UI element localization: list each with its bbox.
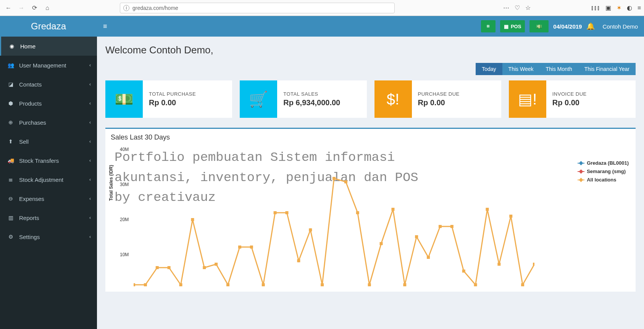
sidebar-item-settings[interactable]: ⚙ Settings ‹	[0, 227, 97, 246]
chevron-left-icon: ‹	[89, 196, 91, 201]
legend-item[interactable]: Gredaza (BL0001)	[578, 159, 629, 167]
sidebar-item-purchases[interactable]: ⊕ Purchases ‹	[0, 113, 97, 132]
truck-icon: 🚚	[6, 157, 15, 164]
chevron-left-icon: ‹	[89, 82, 91, 87]
svg-rect-7	[215, 263, 218, 266]
content: Welcome Contoh Demo, Today This Week Thi…	[97, 37, 644, 299]
topbar: ≡ ⌗ ▦POS 💵 04/04/2019 🔔 Contoh Demo	[97, 16, 644, 37]
chevron-left-icon: ‹	[89, 120, 91, 125]
cubes-icon: ⬢	[6, 100, 15, 106]
menu-icon[interactable]: ≡	[638, 5, 641, 11]
chart-title: Sales Last 30 Days	[111, 133, 630, 141]
sidebar-toggle-button[interactable]: ≡	[103, 22, 107, 30]
svg-rect-14	[297, 259, 300, 262]
svg-rect-2	[156, 266, 159, 269]
chevron-left-icon: ‹	[89, 215, 91, 220]
card-purchase-due[interactable]: $! PURCHASE DUE Rp 0.00	[374, 80, 501, 118]
reload-button[interactable]: ⟳	[29, 3, 40, 13]
sidebar-item-expenses[interactable]: ⊖ Expenses ‹	[0, 189, 97, 208]
url-text: gredaza.com/home	[132, 5, 178, 11]
svg-rect-18	[344, 180, 347, 183]
users-icon: 👥	[6, 62, 15, 68]
filter-this-week[interactable]: This Week	[502, 63, 540, 75]
dollar-warning-icon: $!	[374, 80, 412, 118]
bookmark-icon[interactable]: ☆	[525, 4, 531, 11]
up-circle-icon: ⬆	[6, 138, 15, 144]
chevron-left-icon: ‹	[89, 234, 91, 239]
card-label: TOTAL PURCHASE	[149, 91, 196, 97]
sidebar-item-reports[interactable]: ▥ Reports ‹	[0, 208, 97, 227]
svg-rect-4	[179, 283, 182, 286]
sidebar: Gredaza ◉ Home 👥 User Management ‹ ◪ Con…	[0, 16, 97, 329]
svg-rect-21	[380, 242, 383, 245]
page-actions-icon[interactable]: ⋯	[503, 4, 509, 11]
bar-chart-icon: ▥	[6, 215, 15, 221]
home-button[interactable]: ⌂	[42, 3, 53, 13]
svg-rect-34	[533, 263, 534, 266]
sidebar-item-label: Products	[19, 100, 42, 107]
card-total-purchase[interactable]: 💵 TOTAL PURCHASE Rp 0.00	[105, 80, 232, 118]
card-invoice-due[interactable]: ▤! INVOICE DUE Rp 0.00	[509, 80, 636, 118]
filter-financial-year[interactable]: This Financial Year	[578, 63, 636, 75]
sidebar-item-stock-adjustment[interactable]: ≣ Stock Adjustment ‹	[0, 170, 97, 189]
reader-icon[interactable]: ♡	[515, 4, 520, 11]
filter-today[interactable]: Today	[476, 63, 502, 75]
sidebar-item-home[interactable]: ◉ Home	[0, 37, 97, 56]
calculator-icon: ⌗	[487, 23, 489, 29]
card-value: Rp 0.00	[552, 98, 587, 107]
svg-rect-26	[439, 225, 442, 228]
library-icon[interactable]: ⫿⫿⫿	[591, 5, 600, 11]
svg-rect-0	[134, 283, 135, 286]
profile-icon[interactable]: ◐	[627, 4, 632, 11]
filter-this-month[interactable]: This Month	[539, 63, 578, 75]
addon-icon[interactable]: ✶	[617, 4, 621, 11]
forward-button[interactable]: →	[16, 3, 27, 13]
cart-icon: 🛒	[240, 80, 277, 118]
chart-legend: Gredaza (BL0001) Semarang (smg) All loca…	[578, 159, 629, 184]
site-info-icon[interactable]: i	[123, 5, 129, 11]
sidebar-item-products[interactable]: ⬢ Products ‹	[0, 94, 97, 113]
svg-rect-23	[403, 283, 406, 286]
brand-logo[interactable]: Gredaza	[0, 16, 97, 37]
legend-item[interactable]: All locations	[578, 176, 629, 184]
sidebar-item-sell[interactable]: ⬆ Sell ‹	[0, 132, 97, 151]
calculator-button[interactable]: ⌗	[481, 20, 496, 32]
svg-rect-8	[226, 283, 229, 286]
stack-icon: ≣	[6, 177, 15, 183]
grid-icon: ▦	[504, 24, 508, 29]
notifications-button[interactable]: 🔔	[586, 22, 595, 30]
sidebar-item-label: Stock Adjustment	[19, 177, 63, 183]
legend-swatch-icon	[578, 171, 584, 172]
minus-circle-icon: ⊖	[6, 196, 15, 202]
sidebar-item-label: Expenses	[19, 196, 44, 202]
pos-button[interactable]: ▦POS	[500, 20, 525, 32]
pos-label: POS	[511, 24, 521, 29]
sales-line-chart	[134, 144, 534, 289]
sales-chart-panel: Sales Last 30 Days Portfolio pembuatan S…	[105, 128, 636, 292]
plus-circle-icon: ⊕	[6, 119, 15, 125]
chart-ytick: 40M	[120, 147, 129, 152]
sidebar-item-contacts[interactable]: ◪ Contacts ‹	[0, 75, 97, 94]
sidebar-item-label: Sell	[19, 138, 29, 145]
url-bar[interactable]: i gredaza.com/home	[120, 3, 395, 13]
invoice-warning-icon: ▤!	[509, 80, 546, 118]
sidebar-icon[interactable]: ▣	[605, 4, 611, 11]
legend-label: All locations	[587, 176, 616, 184]
card-label: INVOICE DUE	[552, 91, 587, 97]
sidebar-item-user-management[interactable]: 👥 User Management ‹	[0, 56, 97, 75]
svg-rect-6	[203, 266, 206, 269]
card-total-sales[interactable]: 🛒 TOTAL SALES Rp 6,934,000.00	[240, 80, 366, 118]
legend-item[interactable]: Semarang (smg)	[578, 167, 629, 176]
user-menu[interactable]: Contoh Demo	[602, 23, 638, 30]
chevron-left-icon: ‹	[89, 63, 91, 68]
sidebar-item-stock-transfers[interactable]: 🚚 Stock Transfers ‹	[0, 151, 97, 170]
svg-rect-22	[391, 208, 394, 211]
svg-rect-3	[168, 266, 171, 269]
back-button[interactable]: ←	[3, 3, 14, 13]
cash-register-button[interactable]: 💵	[529, 20, 549, 32]
svg-rect-13	[285, 211, 288, 214]
svg-rect-30	[486, 208, 489, 211]
dashboard-icon: ◉	[7, 43, 16, 49]
sidebar-item-label: Contacts	[19, 81, 42, 88]
chart-area: Portfolio pembuatan Sistem informasi aku…	[111, 144, 630, 289]
